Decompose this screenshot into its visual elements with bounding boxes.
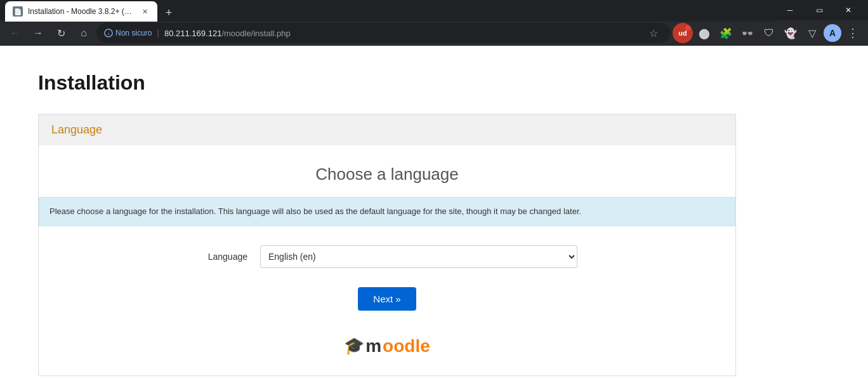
extension-ud-icon[interactable]: ud [673, 23, 693, 43]
more-options-button[interactable]: ⋮ [843, 23, 863, 43]
browser-tab[interactable]: 📄 Installation - Moodle 3.8.2+ (Bui ✕ [5, 1, 157, 22]
extension-badge [685, 25, 690, 30]
section-header-title: Language [51, 123, 102, 136]
address-bar[interactable]: i Non sicuro | 80.211.169.121/moodle/ins… [96, 23, 670, 43]
extension-shield-icon[interactable]: 🛡 [759, 23, 779, 43]
section-header: Language [39, 114, 735, 145]
moodle-m-letter: m [365, 336, 381, 356]
moodle-logo: 🎓moodle [39, 336, 735, 356]
choose-language-heading: Choose a language [39, 165, 735, 184]
next-button[interactable]: Next » [358, 287, 416, 311]
info-text: Please choose a language for the install… [49, 206, 581, 216]
language-select[interactable]: English (en)Afrikaans (af)Albanian (sq)A… [260, 245, 577, 268]
page-title: Installation [38, 71, 830, 95]
info-box: Please choose a language for the install… [39, 197, 735, 226]
reload-button[interactable]: ↻ [51, 23, 71, 43]
security-label: Non sicuro [115, 29, 152, 37]
extension-circle-icon[interactable]: ⬤ [694, 23, 714, 43]
navigation-bar: ← → ↻ ⌂ i Non sicuro | 80.211.169.121/mo… [0, 20, 868, 46]
moodle-oodle-text: oodle [383, 336, 430, 356]
page-content: Installation Language Choose a language … [0, 46, 868, 378]
info-icon: i [104, 29, 113, 37]
language-label: Language [197, 252, 247, 262]
bookmark-button[interactable]: ☆ [645, 24, 662, 42]
url-domain: 80.211.169.121 [164, 29, 221, 38]
tab-close-button[interactable]: ✕ [140, 6, 150, 17]
back-button[interactable]: ← [5, 23, 25, 43]
url-path: /moodle/install.php [221, 29, 290, 38]
close-button[interactable]: ✕ [834, 0, 863, 20]
tab-title: Installation - Moodle 3.8.2+ (Bui [28, 7, 135, 16]
forward-button[interactable]: → [28, 23, 48, 43]
section-body: Choose a language Please choose a langua… [39, 145, 735, 375]
address-actions: ☆ [645, 24, 662, 42]
profile-button[interactable]: A [824, 24, 841, 42]
new-tab-button[interactable]: + [160, 4, 178, 22]
moodle-hat-icon: 🎓 [344, 336, 364, 356]
title-bar: 📄 Installation - Moodle 3.8.2+ (Bui ✕ + … [0, 0, 868, 20]
extension-funnel-icon[interactable]: ▽ [802, 23, 822, 43]
window-controls: ─ ▭ ✕ [775, 0, 863, 20]
toolbar-icons: ud ⬤ 🧩 👓 🛡 👻 ▽ A ⋮ [673, 23, 863, 43]
browser-chrome: 📄 Installation - Moodle 3.8.2+ (Bui ✕ + … [0, 0, 868, 46]
url-divider: | [157, 28, 159, 38]
security-indicator: i Non sicuro [104, 29, 152, 37]
button-row: Next » [39, 287, 735, 311]
language-form-row: Language English (en)Afrikaans (af)Alban… [39, 245, 735, 268]
url-display: 80.211.169.121/moodle/install.php [164, 29, 291, 38]
home-button[interactable]: ⌂ [74, 23, 94, 43]
maximize-button[interactable]: ▭ [805, 0, 834, 20]
minimize-button[interactable]: ─ [775, 0, 805, 20]
tab-favicon: 📄 [13, 6, 23, 17]
extension-glasses-icon[interactable]: 👓 [737, 23, 758, 43]
extension-puzzle-icon[interactable]: 🧩 [716, 23, 736, 43]
svg-text:i: i [108, 31, 109, 37]
extension-ghost-icon[interactable]: 👻 [780, 23, 801, 43]
